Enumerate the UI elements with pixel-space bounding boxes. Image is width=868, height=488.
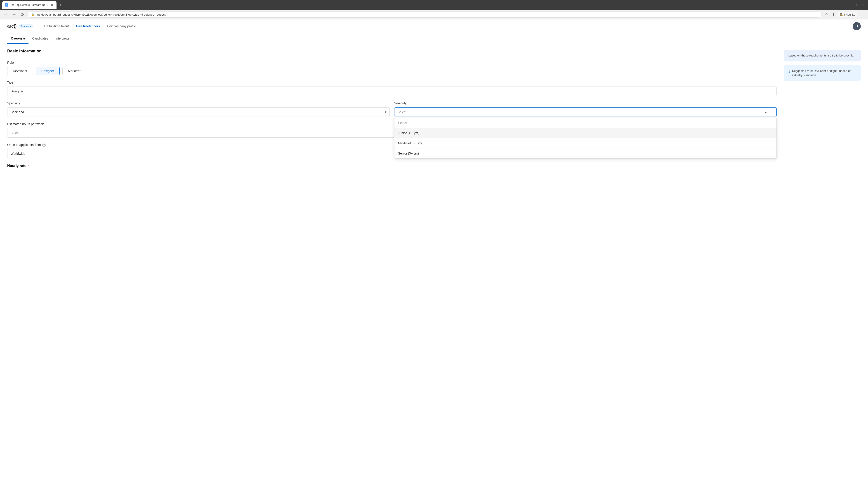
seniority-placeholder: Select bbox=[398, 110, 406, 114]
page-tabs: Overview Candidates Interviews bbox=[0, 33, 868, 44]
role-group: Role Developer Designer Marketer bbox=[7, 61, 777, 75]
role-designer[interactable]: Designer bbox=[36, 67, 60, 75]
incognito-badge: 🕵 Incognito bbox=[838, 12, 857, 18]
download-button[interactable]: ⬇ bbox=[831, 11, 836, 18]
back-button[interactable]: ← bbox=[2, 11, 9, 18]
seniority-option-junior[interactable]: Junior (1-3 yrs) bbox=[395, 128, 776, 138]
nav-hire-full-time[interactable]: Hire full-time talent bbox=[42, 24, 69, 28]
specialty-select[interactable]: Back-end Front-end Full-stack Mobile Dev… bbox=[7, 107, 390, 117]
help-icon[interactable]: ? bbox=[42, 143, 46, 147]
freelance-badge: Freelance bbox=[19, 24, 33, 28]
sidebar-column: based on these requirements, so try to b… bbox=[784, 44, 861, 173]
page-layout: Basic information Role Developer Designe… bbox=[0, 44, 868, 181]
refresh-button[interactable]: ⟳ bbox=[20, 11, 26, 18]
seniority-chevron-icon: ▲ bbox=[764, 110, 767, 114]
close-button[interactable]: ✕ bbox=[860, 2, 866, 8]
tab-title: Hire Top Remote Software Dev... bbox=[9, 3, 49, 6]
browser-chrome: A Hire Top Remote Software Dev... ✕ + ─ … bbox=[0, 0, 868, 10]
logo-area: arc() Freelance bbox=[7, 24, 33, 29]
form-column: Basic information Role Developer Designe… bbox=[7, 44, 777, 173]
hourly-rate-group: Hourly rate * bbox=[7, 164, 777, 168]
seniority-option-mid[interactable]: Mid-level (3-5 yrs) bbox=[395, 138, 776, 148]
avatar[interactable]: U bbox=[852, 22, 861, 30]
hourly-rate-label: Hourly rate * bbox=[7, 164, 777, 168]
title-input[interactable] bbox=[7, 87, 777, 96]
new-tab-button[interactable]: + bbox=[57, 2, 64, 8]
info-icon: ℹ bbox=[788, 69, 790, 74]
restore-button[interactable]: ❐ bbox=[852, 2, 859, 8]
role-label: Role bbox=[7, 61, 777, 64]
hourly-rate-label-text: Hourly rate bbox=[7, 164, 26, 168]
minimize-button[interactable]: ─ bbox=[845, 2, 851, 8]
bookmark-button[interactable]: ☆ bbox=[824, 11, 829, 18]
title-group: Title bbox=[7, 80, 777, 96]
role-marketer[interactable]: Marketer bbox=[62, 67, 86, 75]
required-marker: * bbox=[28, 164, 29, 168]
title-label: Title bbox=[7, 80, 777, 84]
bottom-info-card-text: Suggested rate: US$40/hr or higher based… bbox=[792, 69, 856, 77]
role-buttons: Developer Designer Marketer bbox=[7, 67, 777, 75]
app-header: arc() Freelance Hire full-time talent Hi… bbox=[0, 20, 868, 33]
seniority-wrapper: Select ▲ Select Junior (1-3 yrs) Mid-lev… bbox=[394, 107, 777, 117]
tab-close-button[interactable]: ✕ bbox=[50, 3, 54, 6]
seniority-option-select[interactable]: Select bbox=[395, 118, 776, 128]
tab-overview[interactable]: Overview bbox=[7, 33, 29, 44]
section-title: Basic information bbox=[7, 49, 777, 55]
applicants-label-text: Open to applicants from bbox=[7, 143, 41, 147]
active-tab[interactable]: A Hire Top Remote Software Dev... ✕ bbox=[2, 1, 57, 9]
incognito-label: Incognito bbox=[844, 13, 855, 16]
specialty-seniority-row: Specialty Back-end Front-end Full-stack … bbox=[7, 101, 777, 122]
specialty-select-wrapper: Back-end Front-end Full-stack Mobile Dev… bbox=[7, 107, 390, 117]
seniority-option-senior[interactable]: Senior (5+ yrs) bbox=[395, 149, 776, 158]
role-developer[interactable]: Developer bbox=[7, 67, 33, 75]
seniority-label: Seniority bbox=[394, 101, 777, 105]
applicants-value: Worldwide bbox=[11, 152, 25, 156]
top-info-card: based on these requirements, so try to b… bbox=[784, 50, 861, 61]
nav-hire-freelancers[interactable]: Hire freelancers bbox=[76, 24, 100, 28]
tab-bar: A Hire Top Remote Software Dev... ✕ + bbox=[2, 1, 843, 9]
nav-edit-company[interactable]: Edit company profile bbox=[107, 24, 136, 28]
bottom-info-card: ℹ Suggested rate: US$40/hr or higher bas… bbox=[784, 65, 861, 81]
specialty-label: Specialty bbox=[7, 101, 390, 105]
main-nav: Hire full-time talent Hire freelancers E… bbox=[42, 24, 852, 28]
specialty-group: Specialty Back-end Front-end Full-stack … bbox=[7, 101, 390, 117]
address-bar-row: ← → ⟳ 🔒 arc.dev/dashboard/requests/kdyp4… bbox=[0, 10, 868, 20]
seniority-dropdown: Select Junior (1-3 yrs) Mid-level (3-5 y… bbox=[394, 118, 777, 159]
basic-information-section: Basic information bbox=[7, 44, 777, 55]
seniority-select[interactable]: Select ▲ bbox=[394, 107, 777, 117]
top-info-card-text: based on these requirements, so try to b… bbox=[788, 54, 854, 57]
browser-menu-button[interactable]: ⋮ bbox=[859, 11, 866, 18]
address-actions: ☆ ⬇ 🕵 Incognito ⋮ bbox=[824, 11, 866, 18]
tab-candidates[interactable]: Candidates bbox=[29, 33, 52, 44]
hours-placeholder: Select bbox=[11, 131, 20, 135]
lock-icon: 🔒 bbox=[31, 13, 35, 16]
seniority-group: Seniority Select ▲ Select Junior (1-3 yr… bbox=[394, 101, 777, 117]
address-bar[interactable]: 🔒 arc.dev/dashboard/requests/kdyp4k9q28/… bbox=[27, 11, 822, 18]
window-controls: ─ ❐ ✕ bbox=[845, 2, 866, 8]
forward-button[interactable]: → bbox=[11, 11, 18, 18]
incognito-icon: 🕵 bbox=[840, 13, 843, 16]
logo-text: arc() bbox=[7, 24, 17, 29]
tab-favicon: A bbox=[5, 3, 8, 6]
url-text: arc.dev/dashboard/requests/kdyp4k9q28/ov… bbox=[36, 13, 818, 16]
tab-interviews[interactable]: Interviews bbox=[52, 33, 73, 44]
